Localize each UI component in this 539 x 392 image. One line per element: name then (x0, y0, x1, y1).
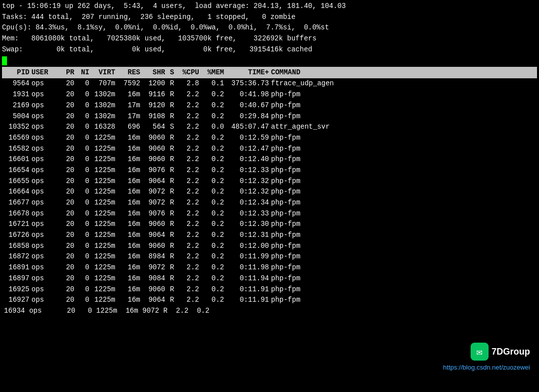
table-row: 16678 ops 20 0 1225m 16m 9076 R 2.2 0.2 … (2, 208, 537, 219)
cell-virt: 1225m (91, 295, 117, 306)
wechat-icon: ✉ (471, 343, 489, 361)
cell-cpu: 2.2 (176, 208, 201, 219)
cell-mem: 0.2 (201, 295, 226, 306)
cell-res: 16m (117, 241, 142, 252)
cell-pid: 2169 (4, 100, 31, 111)
cell-shr: 9064 (142, 230, 167, 241)
cell-cpu: 2.2 (176, 122, 201, 133)
cell-pr: 20 (61, 154, 76, 165)
cell-pid: 16721 (4, 219, 31, 230)
cell-user: ops (31, 78, 61, 89)
cell-virt: 1225m (91, 241, 117, 252)
cell-ni: 0 (76, 133, 91, 144)
col-command: COMMAND (271, 67, 535, 78)
cell-pr: 20 (61, 89, 76, 100)
cell-mem: 0.2 (201, 133, 226, 144)
cell-mem: 0.2 (201, 197, 226, 208)
column-header-row: PID USER PR NI VIRT RES SHR S %CPU %MEM … (2, 67, 537, 78)
cell-virt: 1225m (91, 273, 117, 284)
cell-s: R (167, 89, 176, 100)
cell-time: 0:11.91 (226, 284, 271, 295)
cell-command: php-fpm (271, 176, 535, 187)
cell-ni: 0 (76, 295, 91, 306)
cell-s: R (167, 208, 176, 219)
cell-command: php-fpm (271, 154, 535, 165)
cell-pr: 20 (61, 197, 76, 208)
cell-user: ops (31, 176, 61, 187)
cell-pr: 20 (61, 176, 76, 187)
cell-command: php-fpm (271, 89, 535, 100)
cell-virt: 1225m (91, 251, 117, 262)
cell-res: 16m (117, 133, 142, 144)
table-row: 16891 ops 20 0 1225m 16m 9072 R 2.2 0.2 … (2, 262, 537, 273)
header-section: top - 15:06:19 up 262 days, 5:43, 4 user… (2, 1, 537, 55)
cell-user: ops (31, 100, 61, 111)
cell-mem: 0.1 (201, 78, 226, 89)
cell-ni: 0 (76, 144, 91, 155)
cell-pr: 20 (61, 100, 76, 111)
table-row: 16601 ops 20 0 1225m 16m 9060 R 2.2 0.2 … (2, 154, 537, 165)
header-line-4: Mem: 8061080k total, 7025380k used, 1035… (2, 33, 537, 44)
cell-ni: 0 (76, 219, 91, 230)
cell-mem: 0.0 (201, 122, 226, 133)
cell-ni: 0 (76, 78, 91, 89)
cell-ni: 0 (76, 284, 91, 295)
process-list: 9564 ops 20 0 707m 7592 1200 R 2.8 0.1 3… (2, 78, 537, 305)
cell-virt: 1225m (91, 219, 117, 230)
cell-time: 0:41.98 (226, 89, 271, 100)
cursor-block (2, 56, 7, 65)
cell-pr: 20 (61, 295, 76, 306)
header-line-1: top - 15:06:19 up 262 days, 5:43, 4 user… (2, 1, 537, 12)
cell-ni: 0 (76, 122, 91, 133)
cell-command: php-fpm (271, 133, 535, 144)
cell-res: 16m (117, 144, 142, 155)
cell-command: php-fpm (271, 284, 535, 295)
cell-mem: 0.2 (201, 144, 226, 155)
cell-mem: 0.2 (201, 273, 226, 284)
cell-user: ops (31, 197, 61, 208)
cell-s: S (167, 122, 176, 133)
cell-time: 0:12.59 (226, 133, 271, 144)
cell-command: php-fpm (271, 230, 535, 241)
cell-pr: 20 (61, 219, 76, 230)
cell-cpu: 2.2 (176, 100, 201, 111)
cell-res: 16m (117, 176, 142, 187)
cell-mem: 0.2 (201, 89, 226, 100)
cell-virt: 1225m (91, 154, 117, 165)
cell-res: 16m (117, 154, 142, 165)
cell-user: ops (31, 241, 61, 252)
cell-pr: 20 (61, 144, 76, 155)
cell-ni: 0 (76, 100, 91, 111)
cell-user: ops (31, 295, 61, 306)
cell-cpu: 2.2 (176, 144, 201, 155)
cell-virt: 1225m (91, 262, 117, 273)
cell-command: attr_agent_svr (271, 122, 535, 133)
cell-pr: 20 (61, 165, 76, 176)
cell-virt: 1302m (91, 89, 117, 100)
cell-shr: 564 (142, 122, 167, 133)
cell-res: 16m (117, 197, 142, 208)
cell-virt: 707m (91, 78, 117, 89)
cell-shr: 9060 (142, 284, 167, 295)
cell-command: php-fpm (271, 273, 535, 284)
cell-cpu: 2.2 (176, 251, 201, 262)
cell-res: 16m (117, 273, 142, 284)
cell-pid: 16569 (4, 133, 31, 144)
cell-user: ops (31, 165, 61, 176)
cell-user: ops (31, 154, 61, 165)
cell-pr: 20 (61, 262, 76, 273)
cell-cpu: 2.2 (176, 197, 201, 208)
table-row: 16872 ops 20 0 1225m 16m 8984 R 2.2 0.2 … (2, 251, 537, 262)
cell-shr: 9084 (142, 273, 167, 284)
cell-res: 16m (117, 89, 142, 100)
cell-ni: 0 (76, 197, 91, 208)
cell-mem: 0.2 (201, 262, 226, 273)
cell-s: R (167, 262, 176, 273)
cell-s: R (167, 187, 176, 197)
cell-mem: 0.2 (201, 241, 226, 252)
cell-pid: 16726 (4, 230, 31, 241)
cell-command: php-fpm (271, 262, 535, 273)
cell-virt: 1225m (91, 284, 117, 295)
cell-ni: 0 (76, 262, 91, 273)
table-row: 16677 ops 20 0 1225m 16m 9072 R 2.2 0.2 … (2, 197, 537, 208)
